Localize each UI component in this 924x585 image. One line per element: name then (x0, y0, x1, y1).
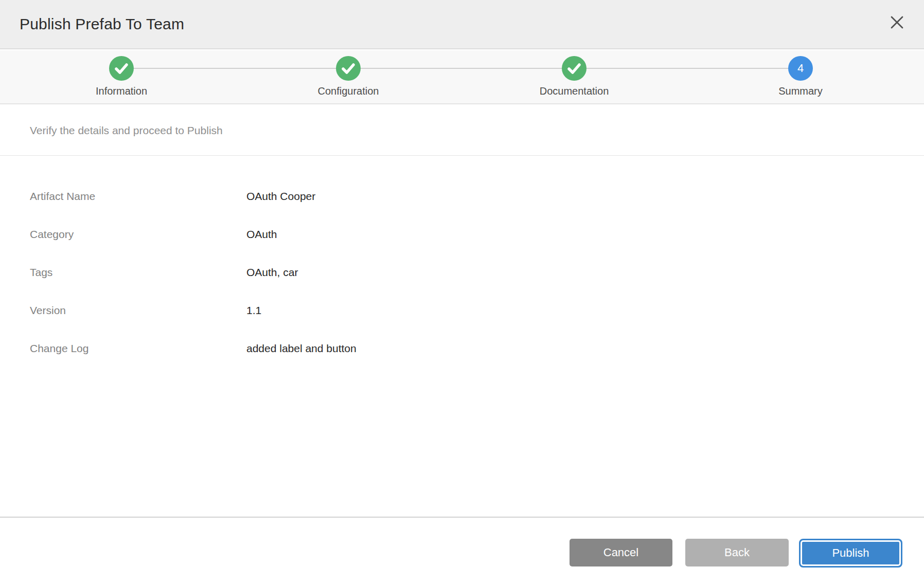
close-icon (890, 15, 904, 29)
stepper-connector-line (121, 68, 801, 69)
step-summary-indicator[interactable]: 4 (788, 56, 813, 81)
cancel-button[interactable]: Cancel (570, 539, 672, 566)
step-description-text: Verify the details and proceed to Publis… (30, 124, 223, 137)
field-label: Tags (30, 266, 52, 279)
back-button[interactable]: Back (685, 539, 789, 566)
step-label-information: Information (60, 85, 183, 97)
field-value: added label and button (246, 342, 357, 355)
field-value: 1.1 (246, 304, 261, 317)
field-value: OAuth (246, 228, 277, 241)
summary-row-artifact-name: Artifact Name OAuth Cooper (0, 190, 924, 205)
field-value: OAuth, car (246, 266, 298, 279)
field-label: Category (30, 228, 74, 241)
step-number: 4 (797, 62, 804, 75)
step-information-indicator[interactable] (109, 56, 134, 81)
summary-row-tags: Tags OAuth, car (0, 266, 924, 281)
dialog-header: Publish Prefab To Team (0, 0, 924, 49)
step-configuration-indicator[interactable] (336, 56, 361, 81)
summary-row-category: Category OAuth (0, 228, 924, 243)
field-label: Version (30, 304, 66, 317)
summary-row-change-log: Change Log added label and button (0, 342, 924, 357)
check-icon (109, 56, 134, 81)
close-button[interactable] (885, 11, 908, 33)
footer-divider (0, 517, 924, 518)
step-description-bar: Verify the details and proceed to Publis… (0, 105, 924, 156)
step-label-configuration: Configuration (287, 85, 410, 97)
field-label: Artifact Name (30, 190, 95, 203)
publish-prefab-dialog: Publish Prefab To Team (0, 0, 924, 585)
field-value: OAuth Cooper (246, 190, 315, 203)
publish-button[interactable]: Publish (799, 539, 902, 568)
step-documentation-indicator[interactable] (562, 56, 587, 81)
wizard-stepper: 4 Information Configuration Documentatio… (0, 50, 924, 104)
summary-row-version: Version 1.1 (0, 304, 924, 319)
check-icon (336, 56, 361, 81)
field-label: Change Log (30, 342, 88, 355)
dialog-title: Publish Prefab To Team (20, 15, 184, 33)
step-label-summary: Summary (739, 85, 862, 97)
check-icon (562, 56, 587, 81)
step-label-documentation: Documentation (512, 85, 636, 97)
